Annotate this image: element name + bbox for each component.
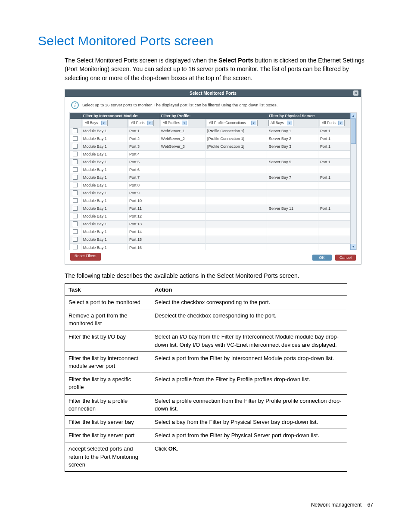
cell-module: Module Bay 1 <box>81 205 127 212</box>
cell-profile: WebServer_3 <box>159 143 205 150</box>
port-checkbox[interactable] <box>73 221 78 226</box>
cell-module: Module Bay 1 <box>81 181 127 189</box>
port-checkbox[interactable] <box>73 175 78 180</box>
cell-port: Port 15 <box>127 236 159 243</box>
cell-server-port <box>318 150 350 158</box>
scrollbar-thumb[interactable] <box>351 119 356 144</box>
port-checkbox[interactable] <box>73 245 78 249</box>
cell-action: Select a profile from the Filter by Prof… <box>151 373 347 394</box>
cell-server-bay <box>267 243 318 250</box>
port-checkbox[interactable] <box>73 229 78 234</box>
cell-port: Port 6 <box>127 166 159 174</box>
info-icon: i <box>71 101 79 109</box>
cell-profile <box>159 243 205 250</box>
cancel-button[interactable]: Cancel <box>335 255 356 261</box>
cell-connection <box>206 243 267 250</box>
cell-server-bay <box>267 212 318 220</box>
cell-port: Port 1 <box>127 127 159 135</box>
cell-server-bay <box>267 220 318 228</box>
filter-server-bays-dropdown[interactable]: All Bays▾ <box>268 120 293 126</box>
actions-table: Task Action Select a port to be monitore… <box>65 283 347 472</box>
chevron-down-icon: ▾ <box>338 121 343 125</box>
port-checkbox[interactable] <box>73 198 78 203</box>
filter-server-ports-dropdown[interactable]: All Ports▾ <box>320 120 345 126</box>
cell-action: Select a port from the Filter by Physica… <box>151 429 347 442</box>
filter-ports-dropdown[interactable]: All Ports▾ <box>129 120 154 126</box>
cell-server-port <box>318 181 350 189</box>
ports-grid: ▴ ▾ Filter by Interconnect Module: Filte… <box>69 112 357 250</box>
page-footer: Network management 67 <box>311 502 373 508</box>
cell-server-port <box>318 228 350 236</box>
table-row: Module Bay 1Port 2WebServer_2[Profile Co… <box>70 135 350 143</box>
close-icon[interactable]: ✕ <box>353 90 358 96</box>
cell-port: Port 11 <box>127 205 159 212</box>
ok-button[interactable]: OK <box>312 255 332 261</box>
cell-task: Filter the list by a profile connection <box>65 394 151 415</box>
filter-profile-conn-value: All Profile Connections <box>209 121 246 125</box>
cell-task: Filter the list by server bay <box>65 415 151 429</box>
cell-profile <box>159 189 205 197</box>
cell-connection <box>206 150 267 158</box>
cell-action: Click OK. <box>151 442 347 472</box>
cell-profile <box>159 220 205 228</box>
cell-port: Port 5 <box>127 158 159 166</box>
port-checkbox[interactable] <box>73 237 78 242</box>
dialog-info-text: Select up to 16 server ports to monitor.… <box>82 103 277 107</box>
table-row: Module Bay 1Port 6 <box>70 166 350 174</box>
table-row: Module Bay 1Port 13 <box>70 220 350 228</box>
table-row: Module Bay 1Port 9 <box>70 189 350 197</box>
cell-module: Module Bay 1 <box>81 220 127 228</box>
cell-profile <box>159 228 205 236</box>
cell-server-bay <box>267 236 318 243</box>
filter-bays-dropdown[interactable]: All Bays▾ <box>83 120 108 126</box>
scroll-up-icon[interactable]: ▴ <box>350 113 356 119</box>
cell-server-port: Port 1 <box>318 135 350 143</box>
filter-profile-conn-dropdown[interactable]: All Profile Connections▾ <box>207 120 258 126</box>
footer-page-number: 67 <box>367 502 373 508</box>
cell-action: Select a bay from the Filter by Physical… <box>151 415 347 429</box>
cell-profile <box>159 197 205 205</box>
table-row: Module Bay 1Port 12 <box>70 212 350 220</box>
scroll-down-icon[interactable]: ▾ <box>350 244 356 250</box>
table-row: Module Bay 1Port 3WebServer_3[Profile Co… <box>70 143 350 150</box>
port-checkbox[interactable] <box>73 159 78 164</box>
port-checkbox[interactable] <box>73 128 78 133</box>
cell-profile <box>159 236 205 243</box>
cell-action: Select a port from the Filter by Interco… <box>151 352 347 373</box>
table-row: Filter the list by server baySelect a ba… <box>65 415 347 429</box>
table-row: Filter the list by interconnect module s… <box>65 352 347 373</box>
reset-filters-button[interactable]: Reset Filters <box>70 253 101 261</box>
cell-server-bay: Server Bay 7 <box>267 174 318 181</box>
cell-connection <box>206 174 267 181</box>
cell-profile <box>159 205 205 212</box>
port-checkbox[interactable] <box>73 214 78 218</box>
cell-port: Port 4 <box>127 150 159 158</box>
port-checkbox[interactable] <box>73 144 78 149</box>
page-heading: Select Monitored Ports screen <box>38 34 373 48</box>
port-checkbox[interactable] <box>73 206 78 211</box>
port-checkbox[interactable] <box>73 167 78 172</box>
cell-module: Module Bay 1 <box>81 150 127 158</box>
table-row: Module Bay 1Port 4 <box>70 150 350 158</box>
port-checkbox[interactable] <box>73 190 78 195</box>
cell-module: Module Bay 1 <box>81 158 127 166</box>
port-checkbox[interactable] <box>73 183 78 187</box>
filter-server-ports-value: All Ports <box>322 121 336 125</box>
cell-connection <box>206 166 267 174</box>
port-checkbox[interactable] <box>73 136 78 141</box>
cell-server-port: Port 1 <box>318 127 350 135</box>
cell-port: Port 2 <box>127 135 159 143</box>
filter-profiles-dropdown[interactable]: All Profiles▾ <box>161 120 188 126</box>
chevron-down-icon: ▾ <box>182 121 187 125</box>
cell-server-bay <box>267 228 318 236</box>
table-row: Filter the list by a profile connectionS… <box>65 394 347 415</box>
chevron-down-icon: ▾ <box>251 121 256 125</box>
intro-paragraph: The Select Monitored Ports screen is dis… <box>65 56 373 82</box>
port-checkbox[interactable] <box>73 152 78 156</box>
table-row: Module Bay 1Port 1WebServer_1[Profile Co… <box>70 127 350 135</box>
cell-module: Module Bay 1 <box>81 243 127 250</box>
cell-module: Module Bay 1 <box>81 197 127 205</box>
cell-connection <box>206 158 267 166</box>
table-row: Accept selected ports and return to the … <box>65 442 347 472</box>
cell-module: Module Bay 1 <box>81 236 127 243</box>
